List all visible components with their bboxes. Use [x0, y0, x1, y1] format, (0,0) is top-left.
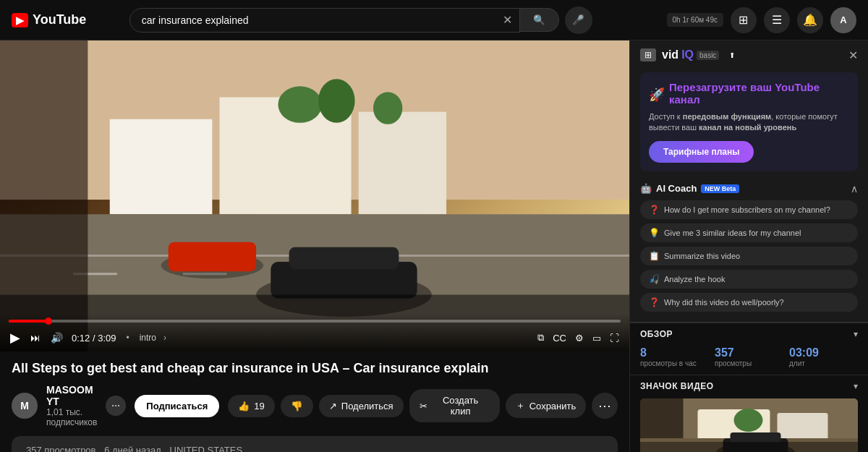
- suggestion-text-1: How do I get more subscribers on my chan…: [664, 205, 830, 214]
- svg-point-23: [734, 409, 763, 432]
- search-clear-button[interactable]: ✕: [495, 9, 519, 32]
- grid-button[interactable]: ⊞: [731, 7, 757, 33]
- vidiq-logo-text: vid: [662, 48, 678, 61]
- channel-avatar: M: [12, 393, 38, 419]
- youtube-wordmark: YouTube: [33, 12, 86, 27]
- share-icon: ↗: [329, 401, 337, 412]
- upgrade-box: 🚀 Перезагрузите ваш YouTube канал Доступ…: [640, 72, 858, 171]
- volume-button[interactable]: 🔊: [49, 331, 64, 345]
- ai-suggestion-1[interactable]: ❓ How do I get more subscribers on my ch…: [640, 200, 858, 219]
- dislike-button[interactable]: 👎: [281, 395, 313, 417]
- svg-point-6: [373, 92, 402, 124]
- overview-title: ОБЗОР: [640, 329, 673, 339]
- timer-value: 0h 1r 60м 49с: [673, 16, 718, 24]
- notification-button[interactable]: 🔔: [797, 7, 823, 33]
- settings-button[interactable]: ☰: [764, 7, 790, 33]
- suggestion-icon-4: 🎣: [649, 274, 660, 284]
- suggestion-icon-3: 📋: [649, 251, 660, 261]
- thumbnail-collapse[interactable]: ▾: [854, 381, 858, 391]
- channel-row: M MASOOM YT 1,01 тыс. подписчиков ⋯ Подп…: [12, 384, 618, 427]
- search-input-wrap: ✕: [129, 8, 520, 33]
- upgrade-title-text: Перезагрузите ваш: [669, 81, 775, 93]
- ai-suggestion-3[interactable]: 📋 Summarize this video: [640, 247, 858, 265]
- thumbnail-section-header: ЗНАЧОК ВИДЕО ▾: [630, 375, 868, 394]
- ai-new-badge: NEW Beta: [701, 184, 739, 193]
- ai-coach-collapse[interactable]: ∧: [851, 183, 858, 195]
- upgrade-title-yt: YouTube: [775, 81, 820, 93]
- vidiq-logo-area: ⊞ vid IQ basic ⬆: [640, 48, 739, 62]
- next-button[interactable]: ⏭: [29, 331, 42, 345]
- total-time: 3:09: [98, 333, 116, 344]
- ai-suggestion-2[interactable]: 💡 Give me 3 similar ideas for my channel: [640, 223, 858, 242]
- stat-value-views: 357: [715, 346, 783, 359]
- chapter-dot: •: [126, 333, 129, 343]
- search-button[interactable]: 🔍: [520, 8, 559, 32]
- save-button[interactable]: ＋ Сохранить: [506, 393, 587, 418]
- miniplayer-button[interactable]: ⧉: [536, 331, 545, 345]
- like-button[interactable]: 👍 19: [228, 395, 274, 417]
- clip-button[interactable]: ✂ Создать клип: [409, 389, 500, 422]
- stat-views-per-hour: 8 просмотры в час: [640, 346, 709, 367]
- video-background: [0, 40, 629, 351]
- suggestion-icon-2: 💡: [649, 228, 660, 238]
- description-box[interactable]: 357 просмотров 6 дней назад UNITED STATE…: [12, 436, 618, 452]
- video-title: All Steps to get best and cheap car insu…: [12, 360, 618, 377]
- scissors-icon: ✂: [420, 401, 427, 412]
- share-button[interactable]: ↗ Поделиться: [319, 395, 404, 417]
- video-player[interactable]: ▶ ⏭ 🔊 0:12 / 3:09 • intro › ⧉ CC ⚙: [0, 40, 629, 351]
- progress-fill: [9, 320, 48, 323]
- stat-views: 357 просмотры: [715, 346, 783, 367]
- chapter-arrow: ›: [163, 333, 166, 343]
- more-button[interactable]: ⋯: [592, 393, 618, 419]
- ai-coach-section: 🤖 AI Coach NEW Beta ∧ ❓ How do I get mor…: [630, 177, 868, 322]
- stat-label-views: просмотры: [715, 359, 783, 367]
- svg-rect-14: [289, 247, 399, 269]
- subtitles-button[interactable]: CC: [551, 331, 568, 345]
- thumbnail-preview: [640, 398, 858, 452]
- vidiq-close-button[interactable]: ✕: [848, 48, 858, 62]
- upgrade-desc-bold: передовым функциям: [683, 112, 771, 121]
- vidiq-logo: vid IQ basic: [662, 48, 719, 61]
- subscribe-button[interactable]: Подписаться: [135, 395, 219, 417]
- ai-suggestion-4[interactable]: 🎣 Analyze the hook: [640, 270, 858, 289]
- channel-subs: 1,01 тыс. подписчиков: [46, 407, 97, 427]
- progress-bar[interactable]: [9, 320, 621, 323]
- time-display: 0:12 / 3:09: [72, 333, 116, 344]
- voice-search-button[interactable]: 🎤: [565, 7, 592, 34]
- avatar-button[interactable]: A: [830, 7, 856, 33]
- days-ago: 6 дней назад: [104, 445, 161, 452]
- suggestion-text-2: Give me 3 similar ideas for my channel: [664, 229, 801, 237]
- search-input[interactable]: [130, 9, 495, 32]
- suggestion-text-5: Why did this video do well/poorly?: [664, 298, 784, 307]
- channel-more-button[interactable]: ⋯: [106, 396, 126, 416]
- stat-value-vph: 8: [640, 346, 709, 359]
- video-area: ▶ ⏭ 🔊 0:12 / 3:09 • intro › ⧉ CC ⚙: [0, 40, 629, 452]
- view-count: 357 просмотров: [26, 445, 96, 452]
- overview-collapse[interactable]: ▾: [854, 329, 858, 339]
- upgrade-title: Перезагрузите ваш YouTube канал: [669, 81, 849, 106]
- ai-suggestion-5[interactable]: ❓ Why did this video do well/poorly?: [640, 293, 858, 312]
- coach-icon: 🤖: [640, 183, 652, 194]
- save-icon: ＋: [516, 399, 525, 412]
- topbar: ▶ YouTube ✕ 🔍 🎤 0h 1r 60м 49с ⊞ ☰ 🔔 A: [0, 0, 868, 40]
- theater-button[interactable]: ▭: [591, 331, 603, 345]
- controls-right: ⧉ CC ⚙ ▭ ⛶: [536, 331, 621, 345]
- search-bar: ✕ 🔍 🎤: [129, 7, 592, 34]
- ai-coach-title: 🤖 AI Coach NEW Beta: [640, 183, 739, 194]
- svg-rect-28: [640, 442, 858, 452]
- tariff-button[interactable]: Тарифные планы: [649, 141, 754, 163]
- upgrade-icon-row: 🚀 Перезагрузите ваш YouTube канал: [649, 81, 849, 108]
- thumbnail-section: [630, 394, 868, 452]
- suggestion-text-4: Analyze the hook: [664, 275, 725, 283]
- suggestion-text-3: Summarize this video: [664, 252, 740, 260]
- channel-info: MASOOM YT 1,01 тыс. подписчиков: [46, 384, 97, 427]
- grid-icon: ⊞: [640, 48, 656, 61]
- settings-button[interactable]: ⚙: [574, 331, 585, 345]
- fullscreen-button[interactable]: ⛶: [608, 331, 621, 345]
- rocket-icon: 🚀: [649, 87, 665, 103]
- video-info: All Steps to get best and cheap car insu…: [0, 351, 629, 452]
- vidiq-settings-button[interactable]: ⬆: [725, 48, 739, 62]
- player-controls: ▶ ⏭ 🔊 0:12 / 3:09 • intro › ⧉ CC ⚙: [0, 314, 629, 351]
- sidebar: ⊞ vid IQ basic ⬆ ✕ 🚀 Перезагрузите ваш: [629, 40, 868, 452]
- play-button[interactable]: ▶: [9, 328, 22, 347]
